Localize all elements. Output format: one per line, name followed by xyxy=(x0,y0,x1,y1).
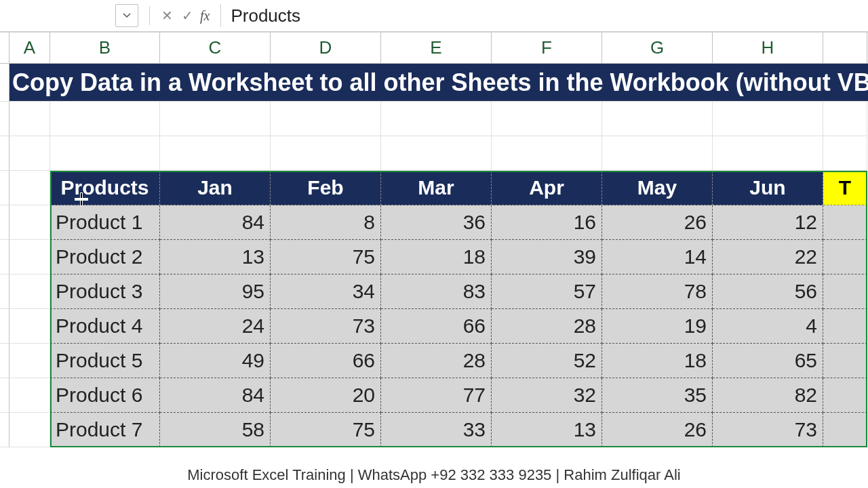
cell[interactable] xyxy=(9,309,50,344)
cell[interactable] xyxy=(9,205,50,240)
insert-function-button[interactable]: fx xyxy=(200,8,210,24)
cell-may[interactable]: 18 xyxy=(602,344,713,378)
cell[interactable] xyxy=(160,102,271,136)
column-header-f[interactable]: F xyxy=(492,33,602,63)
cell[interactable] xyxy=(823,102,867,136)
cell[interactable] xyxy=(823,413,867,447)
cell-feb[interactable]: 20 xyxy=(271,378,381,413)
cell-may[interactable]: 35 xyxy=(602,378,713,413)
cell[interactable] xyxy=(713,102,823,136)
row-header[interactable] xyxy=(0,240,9,274)
header-mar[interactable]: Mar xyxy=(381,171,492,205)
product-name[interactable]: Product 2 xyxy=(50,240,160,274)
column-header-e[interactable]: E xyxy=(381,33,492,63)
cell-feb[interactable]: 66 xyxy=(271,344,381,378)
header-jun[interactable]: Jun xyxy=(713,171,823,205)
product-name[interactable]: Product 4 xyxy=(50,309,160,344)
cell-jan[interactable]: 84 xyxy=(160,205,271,240)
cell-may[interactable]: 78 xyxy=(602,274,713,309)
cell-may[interactable]: 19 xyxy=(602,309,713,344)
column-header-i[interactable] xyxy=(823,33,867,63)
cell[interactable] xyxy=(823,274,867,309)
cell[interactable] xyxy=(492,102,602,136)
row-header[interactable] xyxy=(0,344,9,378)
column-header-a[interactable]: A xyxy=(9,33,50,63)
column-header-g[interactable]: G xyxy=(602,33,713,63)
cell-jun[interactable]: 65 xyxy=(713,344,823,378)
header-total[interactable]: T xyxy=(823,171,867,205)
cell[interactable] xyxy=(9,274,50,309)
header-feb[interactable]: Feb xyxy=(271,171,381,205)
cell[interactable] xyxy=(823,378,867,413)
cell-apr[interactable]: 28 xyxy=(492,309,602,344)
name-box-dropdown[interactable] xyxy=(115,4,138,27)
row-header[interactable] xyxy=(0,274,9,309)
cell[interactable] xyxy=(823,240,867,274)
cell-jun[interactable]: 56 xyxy=(713,274,823,309)
product-name[interactable]: Product 1 xyxy=(50,205,160,240)
header-apr[interactable]: Apr xyxy=(492,171,602,205)
cell-may[interactable]: 26 xyxy=(602,205,713,240)
row-header[interactable] xyxy=(0,171,9,205)
cell-may[interactable]: 14 xyxy=(602,240,713,274)
cell[interactable] xyxy=(823,205,867,240)
product-name[interactable]: Product 7 xyxy=(50,413,160,447)
cell-apr[interactable]: 39 xyxy=(492,240,602,274)
accept-button[interactable]: ✓ xyxy=(177,5,197,26)
header-jan[interactable]: Jan xyxy=(160,171,271,205)
cell-jan[interactable]: 84 xyxy=(160,378,271,413)
cell-jun[interactable]: 82 xyxy=(713,378,823,413)
cell-may[interactable]: 26 xyxy=(602,413,713,447)
cell-mar[interactable]: 83 xyxy=(381,274,492,309)
product-name[interactable]: Product 3 xyxy=(50,274,160,309)
cell-jan[interactable]: 95 xyxy=(160,274,271,309)
row-header[interactable] xyxy=(0,64,9,102)
cell[interactable] xyxy=(823,309,867,344)
formula-input[interactable] xyxy=(226,5,868,26)
cell[interactable] xyxy=(823,344,867,378)
cell-mar[interactable]: 33 xyxy=(381,413,492,447)
cell[interactable] xyxy=(381,136,492,171)
cell[interactable] xyxy=(9,240,50,274)
cell-mar[interactable]: 28 xyxy=(381,344,492,378)
cell[interactable] xyxy=(602,136,713,171)
cell[interactable] xyxy=(823,136,867,171)
cell[interactable] xyxy=(492,136,602,171)
cell-mar[interactable]: 66 xyxy=(381,309,492,344)
cell-mar[interactable]: 18 xyxy=(381,240,492,274)
cell-jun[interactable]: 12 xyxy=(713,205,823,240)
cell-apr[interactable]: 13 xyxy=(492,413,602,447)
cell-apr[interactable]: 32 xyxy=(492,378,602,413)
cell-jun[interactable]: 22 xyxy=(713,240,823,274)
cell-mar[interactable]: 77 xyxy=(381,378,492,413)
cell-apr[interactable]: 52 xyxy=(492,344,602,378)
cell[interactable] xyxy=(9,102,50,136)
column-header-c[interactable]: C xyxy=(160,33,271,63)
column-header-b[interactable]: B xyxy=(50,33,160,63)
cancel-button[interactable]: ✕ xyxy=(157,5,177,26)
cell[interactable] xyxy=(9,171,50,205)
row-header[interactable] xyxy=(0,205,9,240)
column-header-d[interactable]: D xyxy=(271,33,381,63)
row-header[interactable] xyxy=(0,102,9,136)
cell[interactable] xyxy=(160,136,271,171)
cell[interactable] xyxy=(9,378,50,413)
cell-feb[interactable]: 73 xyxy=(271,309,381,344)
cell-jun[interactable]: 4 xyxy=(713,309,823,344)
cell[interactable] xyxy=(381,102,492,136)
row-header[interactable] xyxy=(0,378,9,413)
cell-feb[interactable]: 75 xyxy=(271,413,381,447)
row-header[interactable] xyxy=(0,136,9,171)
cell-jan[interactable]: 24 xyxy=(160,309,271,344)
header-products[interactable]: Products xyxy=(50,171,160,205)
cell-feb[interactable]: 75 xyxy=(271,240,381,274)
cell-jan[interactable]: 49 xyxy=(160,344,271,378)
cell[interactable] xyxy=(271,136,381,171)
cell-apr[interactable]: 57 xyxy=(492,274,602,309)
cell-feb[interactable]: 8 xyxy=(271,205,381,240)
cell-mar[interactable]: 36 xyxy=(381,205,492,240)
select-all-corner[interactable] xyxy=(0,33,9,63)
cell-jan[interactable]: 58 xyxy=(160,413,271,447)
column-header-h[interactable]: H xyxy=(713,33,823,63)
cell[interactable] xyxy=(713,136,823,171)
